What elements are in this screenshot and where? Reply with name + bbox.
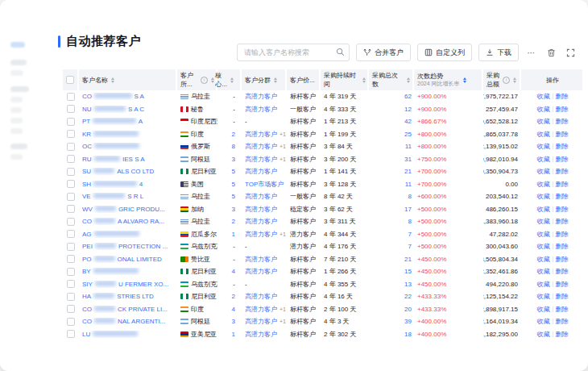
delete-action-link[interactable]: 删除 (556, 230, 569, 239)
row-checkbox[interactable] (67, 318, 75, 326)
delete-action-link[interactable]: 删除 (556, 192, 569, 201)
column-header-country[interactable]: 客户所... i (177, 69, 217, 90)
delete-action-link[interactable]: 删除 (556, 280, 569, 289)
purchase-count-link[interactable]: 7 (408, 231, 412, 238)
favorite-action-link[interactable]: 收藏 (537, 317, 550, 326)
delete-action-link[interactable]: 删除 (556, 330, 569, 339)
delete-action-link[interactable]: 删除 (556, 117, 569, 126)
delete-action-link[interactable]: 删除 (556, 217, 569, 226)
delete-action-link[interactable]: 删除 (556, 205, 569, 214)
favorite-action-link[interactable]: 收藏 (537, 330, 550, 339)
favorite-action-link[interactable]: 收藏 (537, 105, 550, 114)
favorite-action-link[interactable]: 收藏 (537, 267, 550, 276)
merge-customers-button[interactable]: 合并客户 (356, 44, 411, 61)
favorite-action-link[interactable]: 收藏 (537, 255, 550, 264)
segment-link[interactable]: 高潜力客户 (245, 305, 277, 314)
segment-link[interactable]: 高潜力客户 (245, 217, 277, 226)
customer-name-link[interactable]: CONAL ARGENTI... (82, 318, 165, 325)
delete-action-link[interactable]: 删除 (556, 155, 569, 164)
purchase-count-link[interactable]: 11 (405, 143, 412, 150)
core-count[interactable]: 1 (232, 231, 235, 238)
delete-action-link[interactable]: 删除 (556, 142, 569, 151)
column-header-purchase-count[interactable]: 采购总次数 (369, 69, 414, 90)
customer-name-link[interactable]: VES R L (82, 193, 143, 200)
row-checkbox[interactable] (67, 255, 75, 263)
favorite-action-link[interactable]: 收藏 (537, 167, 550, 176)
favorite-action-link[interactable]: 收藏 (537, 242, 550, 251)
favorite-action-link[interactable]: 收藏 (537, 117, 550, 126)
favorite-action-link[interactable]: 收藏 (537, 205, 550, 214)
column-header-core[interactable]: 核心... (217, 69, 242, 90)
favorite-action-link[interactable]: 收藏 (537, 230, 550, 239)
purchase-count-link[interactable]: 17 (404, 206, 412, 213)
sidebar-item[interactable] (10, 154, 23, 160)
delete-action-link[interactable]: 删除 (556, 255, 569, 264)
customer-name-link[interactable]: RUIES S A (82, 156, 145, 163)
delete-action-link[interactable]: 删除 (556, 292, 569, 301)
customer-name-link[interactable]: KR (82, 131, 141, 138)
search-input[interactable] (237, 44, 350, 61)
more-actions-button[interactable]: ⋯ (525, 44, 538, 61)
segment-link[interactable]: 高潜力客户 (245, 230, 277, 239)
clear-trash-button[interactable] (545, 44, 557, 61)
purchase-count-link[interactable]: 11 (405, 181, 412, 188)
sidebar-item[interactable] (10, 86, 29, 92)
purchase-count-link[interactable]: 39 (404, 318, 412, 325)
row-checkbox[interactable] (67, 293, 75, 301)
sort-icon[interactable] (407, 77, 410, 83)
row-checkbox[interactable] (67, 130, 75, 138)
customer-name-link[interactable]: COCK PRIVATE LI... (82, 306, 168, 313)
column-header-amount[interactable]: 采购总额 i (483, 69, 521, 90)
core-count[interactable]: 5 (232, 193, 235, 200)
favorite-action-link[interactable]: 收藏 (537, 142, 550, 151)
row-checkbox[interactable] (67, 155, 75, 163)
purchase-count-link[interactable]: 42 (404, 118, 412, 125)
custom-columns-button[interactable]: 自定义列 (417, 44, 472, 61)
core-count[interactable]: 3 (232, 156, 235, 163)
segment-link[interactable]: 高潜力客户 (245, 142, 277, 151)
delete-action-link[interactable]: 删除 (556, 130, 569, 139)
favorite-action-link[interactable]: 收藏 (537, 192, 550, 201)
purchase-count-link[interactable]: 21 (404, 168, 412, 175)
segment-link[interactable]: 高潜力客户 (245, 192, 277, 201)
purchase-count-link[interactable]: 8 (408, 193, 412, 200)
delete-action-link[interactable]: 删除 (556, 267, 569, 276)
delete-action-link[interactable]: 删除 (556, 242, 569, 251)
core-count[interactable]: 1 (232, 331, 235, 338)
delete-action-link[interactable]: 删除 (556, 92, 569, 101)
row-checkbox[interactable] (67, 118, 75, 126)
favorite-action-link[interactable]: 收藏 (537, 155, 550, 164)
customer-name-link[interactable]: NUS A C (82, 106, 144, 113)
customer-name-link[interactable]: BY (82, 268, 141, 275)
customer-name-link[interactable]: SIYU FERMER XO... (82, 281, 168, 288)
customer-name-link[interactable]: COS A (82, 93, 144, 100)
customer-name-link[interactable]: AG (82, 231, 142, 238)
sort-icon[interactable] (211, 77, 214, 83)
segment-link[interactable]: 高潜力客户 (245, 267, 277, 276)
core-count[interactable]: 2 (232, 218, 235, 225)
purchase-count-link[interactable]: 18 (404, 331, 412, 338)
segment-link[interactable]: 高潜力客户 (245, 155, 277, 164)
row-checkbox[interactable] (67, 180, 75, 188)
core-count[interactable]: 2 (232, 293, 235, 300)
segment-link[interactable]: 高潜力客户 (245, 255, 277, 264)
sort-icon[interactable] (230, 77, 234, 83)
core-count[interactable]: 8 (232, 143, 235, 150)
segment-link[interactable]: 高潜力客户 (245, 317, 277, 326)
customer-name-link[interactable]: SUALS CO LTD (82, 168, 154, 175)
delete-action-link[interactable]: 删除 (556, 105, 569, 114)
column-header-value[interactable]: 客户价... (287, 69, 321, 90)
segment-link[interactable]: 高潜力客户 (245, 92, 277, 101)
segment-link[interactable]: TOP市场客户 (245, 180, 284, 189)
customer-name-link[interactable]: POONAL LIMITED (82, 256, 162, 263)
column-header-customer-name[interactable]: 客户名称 (79, 69, 177, 90)
sort-icon[interactable] (274, 77, 277, 83)
favorite-action-link[interactable]: 收藏 (537, 180, 550, 189)
segment-link[interactable]: 高潜力客户 (245, 105, 277, 114)
row-checkbox[interactable] (67, 168, 75, 176)
segment-link[interactable]: 高潜力客户 (245, 205, 277, 214)
purchase-count-link[interactable]: 15 (404, 268, 412, 275)
row-checkbox[interactable] (67, 268, 75, 276)
customer-name-link[interactable]: LU (82, 331, 140, 338)
column-header-segment[interactable]: 客户分群 (242, 69, 287, 90)
